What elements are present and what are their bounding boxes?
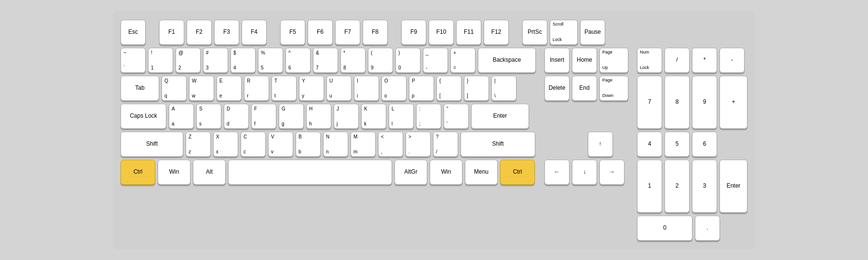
key-num2[interactable]: 2 bbox=[665, 160, 690, 213]
key-8[interactable]: *8 bbox=[340, 48, 366, 73]
key-f6[interactable]: F6 bbox=[308, 20, 333, 45]
key-lwin[interactable]: Win bbox=[158, 160, 190, 185]
key-end[interactable]: End bbox=[572, 76, 597, 101]
key-2[interactable]: @2 bbox=[176, 48, 201, 73]
key-pagedown[interactable]: PageDown bbox=[599, 76, 628, 101]
key-minus[interactable]: _- bbox=[423, 48, 448, 73]
key-9[interactable]: (9 bbox=[368, 48, 393, 73]
key-x[interactable]: Xx bbox=[213, 132, 238, 157]
key-lalt[interactable]: Alt bbox=[193, 160, 226, 185]
key-prtsc[interactable]: PrtSc bbox=[522, 20, 547, 45]
key-u[interactable]: Uu bbox=[326, 76, 352, 101]
key-period[interactable]: >. bbox=[406, 132, 431, 157]
key-lbracket[interactable]: {[ bbox=[436, 76, 461, 101]
key-m[interactable]: Mm bbox=[351, 132, 376, 157]
key-f8[interactable]: F8 bbox=[363, 20, 388, 45]
key-up[interactable]: ↑ bbox=[588, 132, 613, 157]
key-num3[interactable]: 3 bbox=[692, 160, 717, 213]
key-h[interactable]: Hh bbox=[306, 104, 331, 129]
key-r[interactable]: Rr bbox=[244, 76, 269, 101]
key-f[interactable]: Ff bbox=[251, 104, 276, 129]
key-menu[interactable]: Menu bbox=[465, 160, 498, 185]
key-num4[interactable]: 4 bbox=[637, 132, 662, 157]
key-equals[interactable]: += bbox=[450, 48, 475, 73]
key-5[interactable]: %5 bbox=[258, 48, 283, 73]
key-f12[interactable]: F12 bbox=[484, 20, 509, 45]
key-down[interactable]: ↓ bbox=[572, 160, 597, 185]
key-pageup[interactable]: PageUp bbox=[599, 48, 628, 73]
key-left[interactable]: ← bbox=[544, 160, 570, 185]
key-4[interactable]: $4 bbox=[231, 48, 256, 73]
key-quote[interactable]: "' bbox=[444, 104, 469, 129]
key-backslash[interactable]: |\ bbox=[491, 76, 516, 101]
key-e[interactable]: Ee bbox=[217, 76, 242, 101]
key-a[interactable]: Aa bbox=[169, 104, 194, 129]
key-slash[interactable]: ?/ bbox=[433, 132, 458, 157]
key-backtick[interactable]: ~` bbox=[121, 48, 146, 73]
key-delete[interactable]: Delete bbox=[544, 76, 570, 101]
key-comma[interactable]: <, bbox=[378, 132, 403, 157]
key-w[interactable]: Ww bbox=[189, 76, 214, 101]
key-num0[interactable]: 0 bbox=[637, 216, 692, 241]
key-esc[interactable]: Esc bbox=[121, 20, 146, 45]
key-num-slash[interactable]: / bbox=[665, 48, 690, 73]
key-f5[interactable]: F5 bbox=[280, 20, 305, 45]
key-1[interactable]: !1 bbox=[148, 48, 173, 73]
key-f1[interactable]: F1 bbox=[159, 20, 184, 45]
key-f11[interactable]: F11 bbox=[456, 20, 481, 45]
key-num-plus[interactable]: + bbox=[719, 76, 747, 129]
key-backspace[interactable]: Backspace bbox=[478, 48, 536, 73]
key-l[interactable]: Ll bbox=[389, 104, 414, 129]
key-num1[interactable]: 1 bbox=[637, 160, 662, 213]
key-c[interactable]: Cc bbox=[241, 132, 266, 157]
key-v[interactable]: Vv bbox=[268, 132, 293, 157]
key-7[interactable]: &7 bbox=[313, 48, 338, 73]
key-home[interactable]: Home bbox=[572, 48, 597, 73]
key-rbracket[interactable]: }] bbox=[464, 76, 489, 101]
key-num-enter[interactable]: Enter bbox=[719, 160, 747, 213]
key-num-star[interactable]: * bbox=[692, 48, 717, 73]
key-3[interactable]: #3 bbox=[203, 48, 228, 73]
key-rwin[interactable]: Win bbox=[430, 160, 462, 185]
key-0[interactable]: )0 bbox=[395, 48, 420, 73]
key-g[interactable]: Gg bbox=[279, 104, 304, 129]
key-rctrl[interactable]: Ctrl bbox=[500, 160, 535, 185]
key-altgr[interactable]: AltGr bbox=[394, 160, 427, 185]
key-rshift[interactable]: Shift bbox=[461, 132, 535, 157]
key-k[interactable]: Kk bbox=[361, 104, 386, 129]
key-lshift[interactable]: Shift bbox=[121, 132, 183, 157]
key-n[interactable]: Nn bbox=[323, 132, 348, 157]
key-pause[interactable]: Pause bbox=[580, 20, 605, 45]
key-num5[interactable]: 5 bbox=[665, 132, 690, 157]
key-capslock[interactable]: Caps Lock bbox=[121, 104, 166, 129]
key-t[interactable]: Tt bbox=[271, 76, 297, 101]
key-num8[interactable]: 8 bbox=[665, 76, 690, 129]
key-s[interactable]: Ss bbox=[196, 104, 221, 129]
key-num6[interactable]: 6 bbox=[692, 132, 717, 157]
key-f9[interactable]: F9 bbox=[401, 20, 426, 45]
key-o[interactable]: Oo bbox=[381, 76, 407, 101]
key-num7[interactable]: 7 bbox=[637, 76, 662, 129]
key-f10[interactable]: F10 bbox=[429, 20, 454, 45]
key-p[interactable]: Pp bbox=[409, 76, 434, 101]
key-semicolon[interactable]: :; bbox=[416, 104, 441, 129]
key-f7[interactable]: F7 bbox=[335, 20, 360, 45]
key-space[interactable] bbox=[228, 160, 392, 185]
key-numlock[interactable]: NumLock bbox=[637, 48, 662, 73]
key-num-minus[interactable]: - bbox=[719, 48, 745, 73]
key-num9[interactable]: 9 bbox=[692, 76, 717, 129]
key-i[interactable]: Ii bbox=[354, 76, 379, 101]
key-scrlk[interactable]: ScrollLock bbox=[550, 20, 578, 45]
key-f4[interactable]: F4 bbox=[242, 20, 267, 45]
key-d[interactable]: Dd bbox=[224, 104, 249, 129]
key-tab[interactable]: Tab bbox=[121, 76, 159, 101]
key-num-dot[interactable]: . bbox=[695, 216, 720, 241]
key-right[interactable]: → bbox=[599, 160, 624, 185]
key-y[interactable]: Yy bbox=[299, 76, 324, 101]
key-insert[interactable]: Insert bbox=[544, 48, 570, 73]
key-j[interactable]: Jj bbox=[334, 104, 359, 129]
key-z[interactable]: Zz bbox=[186, 132, 211, 157]
key-lctrl[interactable]: Ctrl bbox=[121, 160, 155, 185]
key-b[interactable]: Bb bbox=[296, 132, 321, 157]
key-f2[interactable]: F2 bbox=[187, 20, 212, 45]
